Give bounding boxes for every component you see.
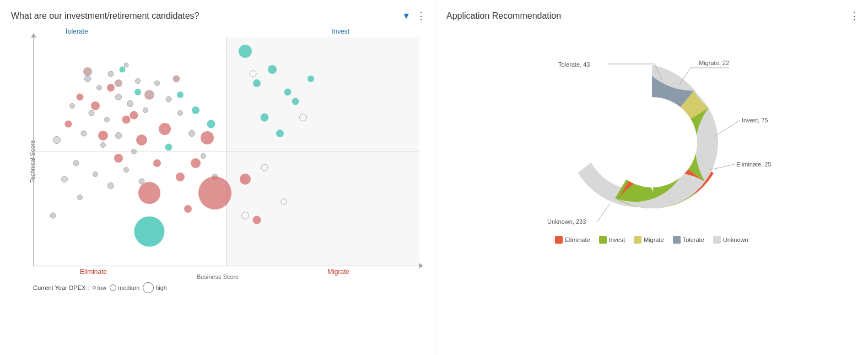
bubble-large-teal[interactable]	[134, 216, 164, 246]
bubble[interactable]	[176, 173, 185, 181]
migrate-label: Migrate, 22	[699, 60, 729, 66]
bubble[interactable]	[119, 66, 125, 72]
bubble[interactable]	[83, 67, 92, 76]
right-panel: Application Recommendation ⋮	[435, 0, 868, 355]
bubble[interactable]	[201, 131, 214, 144]
bubble[interactable]	[76, 93, 83, 100]
bubble[interactable]	[192, 106, 200, 114]
bubble[interactable]	[88, 110, 94, 116]
bubble[interactable]	[177, 110, 183, 116]
bubble[interactable]	[100, 142, 106, 148]
bubble[interactable]	[159, 123, 171, 135]
bubble[interactable]	[53, 136, 61, 144]
invest-label: Invest	[332, 28, 349, 35]
bubble[interactable]	[98, 131, 108, 141]
bubble[interactable]	[104, 117, 110, 122]
bubble[interactable]	[253, 216, 261, 224]
chart-legend: Current Year OPEX : low medium high	[33, 282, 167, 293]
invest-donut-label: Invest, 75	[742, 117, 768, 123]
bubble[interactable]	[93, 171, 98, 177]
bubble[interactable]	[123, 62, 128, 67]
bubble[interactable]	[130, 111, 138, 119]
bubble[interactable]	[96, 85, 102, 90]
bubble[interactable]	[240, 174, 251, 185]
bubble[interactable]	[207, 120, 215, 128]
bubble[interactable]	[281, 198, 287, 205]
bubble[interactable]	[136, 135, 147, 146]
svg-line-1	[680, 68, 691, 84]
bubble[interactable]	[201, 153, 206, 159]
migrate-shade	[227, 152, 419, 266]
bubble[interactable]	[73, 160, 79, 166]
bubble[interactable]	[188, 130, 195, 137]
bubble[interactable]	[134, 89, 141, 95]
left-panel-title: What are our investment/retirement candi…	[11, 11, 424, 21]
bubble[interactable]	[165, 143, 172, 150]
bubble[interactable]	[131, 149, 137, 154]
bubble[interactable]	[165, 96, 171, 102]
bubble[interactable]	[184, 205, 192, 213]
bubble[interactable]	[115, 79, 122, 87]
filter-icon[interactable]: ▼	[402, 11, 411, 21]
bubble[interactable]	[123, 167, 129, 173]
bubble[interactable]	[276, 130, 284, 137]
migrate-label: Migrate	[327, 268, 349, 276]
bubble[interactable]	[144, 90, 154, 100]
bubble[interactable]	[138, 182, 160, 204]
bubble[interactable]	[91, 101, 100, 110]
bubble[interactable]	[299, 114, 307, 121]
right-panel-icons: ⋮	[849, 10, 859, 22]
bubble[interactable]	[114, 154, 123, 163]
bubble[interactable]	[261, 164, 268, 171]
x-axis-label: Business Score	[197, 273, 239, 280]
unknown-donut-label: Unknown, 233	[547, 218, 586, 225]
bubble[interactable]	[61, 176, 68, 182]
bubble[interactable]	[154, 80, 160, 86]
medium-circle-icon	[110, 284, 116, 291]
bubble[interactable]	[241, 212, 249, 219]
bubble[interactable]	[115, 94, 122, 100]
bubble[interactable]	[292, 98, 299, 105]
more-options-icon[interactable]: ⋮	[416, 10, 426, 22]
bubble[interactable]	[127, 100, 133, 107]
bubble[interactable]	[308, 76, 314, 82]
bubble[interactable]	[172, 75, 180, 82]
svg-line-5	[714, 120, 740, 137]
tolerate-label: Tolerate	[64, 28, 88, 35]
more-options-icon-right[interactable]: ⋮	[849, 10, 859, 22]
donut-chart-wrapper: Migrate, 22 Tolerate, 43 Invest, 75 Elim…	[459, 26, 845, 258]
scatter-chart: Technical Score Tolerate Invest Eliminat…	[11, 26, 424, 297]
bubble[interactable]	[69, 103, 75, 109]
invest-shade	[227, 37, 419, 152]
bubble[interactable]	[64, 121, 72, 128]
high-circle-icon	[143, 282, 154, 293]
legend-medium-text: medium	[118, 284, 139, 291]
bubble[interactable]	[191, 158, 201, 168]
bubble[interactable]	[253, 79, 261, 87]
bubble[interactable]	[77, 195, 83, 200]
bubble[interactable]	[107, 71, 114, 77]
bubble[interactable]	[80, 130, 87, 136]
bubble[interactable]	[261, 113, 269, 121]
legend-item-low: low	[93, 284, 107, 291]
bubble[interactable]	[143, 107, 148, 113]
legend-label: Current Year OPEX :	[33, 284, 89, 291]
bubble[interactable]	[115, 132, 122, 139]
legend-high-text: high	[155, 284, 167, 291]
bubble-large-red[interactable]	[198, 176, 231, 209]
bubble[interactable]	[284, 89, 292, 96]
bubble[interactable]	[250, 71, 257, 78]
bubble[interactable]	[239, 45, 252, 58]
bubble[interactable]	[84, 76, 91, 82]
bubble[interactable]	[153, 159, 161, 167]
bubble[interactable]	[107, 182, 114, 189]
donut-hole	[607, 97, 697, 187]
scatter-plot-area: Tolerate Invest Eliminate Migrate	[33, 37, 419, 266]
bubble[interactable]	[268, 65, 277, 74]
bubble[interactable]	[135, 78, 141, 84]
eliminate-donut-label: Eliminate, 25	[736, 161, 772, 168]
bubble[interactable]	[107, 84, 115, 92]
bubble[interactable]	[122, 116, 130, 124]
bubble[interactable]	[177, 92, 184, 98]
bubble[interactable]	[50, 212, 56, 218]
